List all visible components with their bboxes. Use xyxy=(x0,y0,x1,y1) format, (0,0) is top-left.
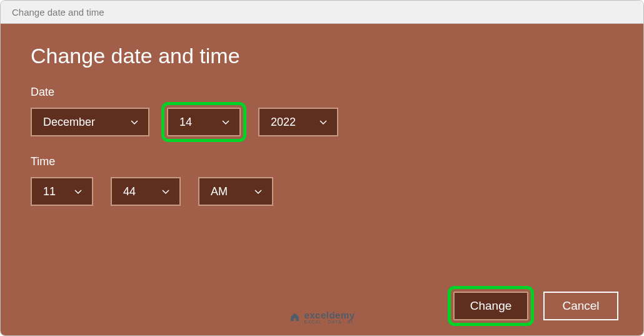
chevron-down-icon xyxy=(318,117,328,127)
chevron-down-icon xyxy=(129,117,139,127)
month-value: December xyxy=(43,116,95,129)
date-section-label: Date xyxy=(31,86,613,99)
change-button-label: Change xyxy=(470,299,512,313)
day-value: 14 xyxy=(179,116,192,129)
chevron-down-icon xyxy=(73,186,83,196)
cancel-button[interactable]: Cancel xyxy=(543,292,618,320)
time-section-label: Time xyxy=(31,155,613,168)
year-dropdown[interactable]: 2022 xyxy=(258,108,338,136)
time-row: 11 44 AM xyxy=(31,177,613,206)
window-title: Change date and time xyxy=(12,7,104,18)
hour-value: 11 xyxy=(43,185,56,198)
cancel-button-label: Cancel xyxy=(562,299,599,313)
house-icon xyxy=(289,312,300,323)
watermark-main: exceldemy xyxy=(304,310,355,320)
date-row: December 14 2022 xyxy=(31,108,613,136)
watermark-text: exceldemy EXCEL · DATA · BI xyxy=(304,310,355,324)
dialog-window: Change date and time Change date and tim… xyxy=(0,0,644,336)
button-row: Change Cancel xyxy=(453,292,618,320)
chevron-down-icon xyxy=(161,186,171,196)
watermark: exceldemy EXCEL · DATA · BI xyxy=(289,310,355,324)
year-value: 2022 xyxy=(271,116,296,129)
month-dropdown[interactable]: December xyxy=(31,108,149,136)
minute-value: 44 xyxy=(123,185,136,198)
minute-dropdown[interactable]: 44 xyxy=(111,177,181,206)
chevron-down-icon xyxy=(221,117,231,127)
dialog-content: Change date and time Date December 14 20… xyxy=(1,24,643,335)
watermark-sub: EXCEL · DATA · BI xyxy=(304,320,355,324)
ampm-value: AM xyxy=(211,185,228,198)
change-button[interactable]: Change xyxy=(453,292,528,320)
page-title: Change date and time xyxy=(31,44,613,68)
hour-dropdown[interactable]: 11 xyxy=(31,177,93,206)
ampm-dropdown[interactable]: AM xyxy=(198,177,273,206)
title-bar: Change date and time xyxy=(1,1,643,24)
day-dropdown[interactable]: 14 xyxy=(167,108,241,136)
chevron-down-icon xyxy=(253,186,263,196)
